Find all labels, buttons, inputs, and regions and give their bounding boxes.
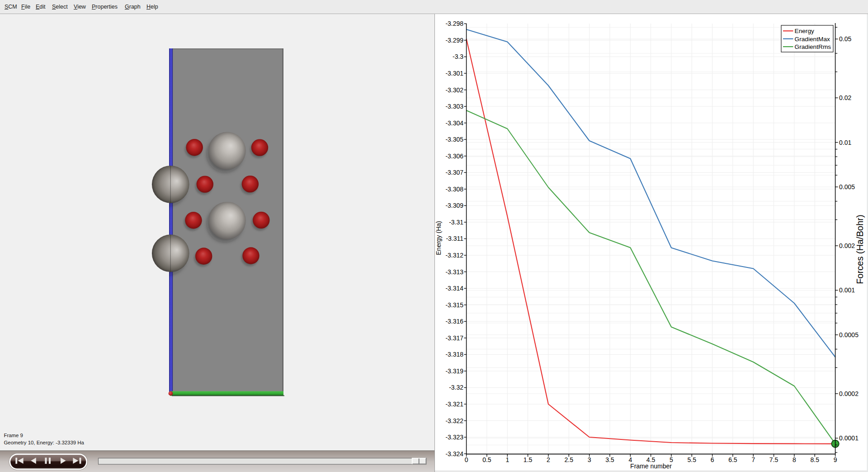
svg-text:-3.3: -3.3	[453, 53, 463, 60]
svg-text:-3.312: -3.312	[445, 252, 463, 259]
svg-text:5.5: 5.5	[688, 456, 697, 463]
svg-text:0.02: 0.02	[839, 94, 851, 101]
svg-text:0.01: 0.01	[839, 139, 851, 146]
svg-text:7.5: 7.5	[769, 456, 778, 463]
svg-text:-3.313: -3.313	[445, 268, 463, 276]
svg-text:-3.324: -3.324	[445, 450, 463, 458]
svg-text:-3.306: -3.306	[445, 153, 463, 160]
svg-text:-3.315: -3.315	[445, 301, 463, 309]
svg-text:6: 6	[711, 456, 714, 463]
svg-text:3.5: 3.5	[605, 456, 614, 463]
svg-text:-3.309: -3.309	[445, 202, 463, 209]
svg-text:0.0002: 0.0002	[839, 390, 859, 397]
svg-text:-3.322: -3.322	[445, 417, 463, 424]
svg-text:-3.321: -3.321	[445, 400, 463, 408]
svg-text:8: 8	[793, 456, 796, 463]
svg-text:-3.31: -3.31	[449, 219, 463, 226]
svg-text:8.5: 8.5	[811, 456, 820, 463]
svg-text:Forces (Ha/Bohr): Forces (Ha/Bohr)	[855, 215, 865, 284]
svg-text:6.5: 6.5	[728, 456, 737, 463]
svg-text:3: 3	[588, 456, 591, 463]
svg-text:2.5: 2.5	[565, 456, 574, 463]
svg-text:-3.307: -3.307	[445, 169, 463, 176]
svg-text:Energy: Energy	[795, 28, 815, 34]
svg-text:0.0001: 0.0001	[839, 434, 859, 442]
svg-text:0.002: 0.002	[839, 242, 855, 249]
svg-text:-3.323: -3.323	[445, 434, 463, 441]
svg-text:2: 2	[547, 456, 550, 463]
svg-text:9: 9	[834, 456, 837, 463]
svg-text:0.0005: 0.0005	[839, 331, 859, 339]
svg-text:GradientMax: GradientMax	[795, 36, 830, 43]
svg-text:7: 7	[751, 456, 755, 463]
svg-text:-3.298: -3.298	[445, 20, 463, 27]
svg-text:0: 0	[465, 456, 468, 463]
svg-text:-3.316: -3.316	[445, 318, 463, 325]
svg-text:1.5: 1.5	[524, 456, 533, 463]
svg-text:-3.302: -3.302	[445, 86, 463, 94]
svg-text:GradientRms: GradientRms	[795, 43, 831, 50]
svg-text:-3.299: -3.299	[445, 37, 463, 44]
svg-text:-3.311: -3.311	[446, 235, 463, 242]
svg-text:-3.314: -3.314	[445, 285, 463, 292]
svg-text:0.005: 0.005	[839, 183, 855, 191]
svg-text:Energy (Ha): Energy (Ha)	[435, 221, 442, 255]
svg-text:0.5: 0.5	[482, 456, 491, 463]
svg-text:1: 1	[505, 456, 509, 463]
svg-text:-3.32: -3.32	[449, 384, 463, 391]
svg-text:-3.319: -3.319	[445, 367, 463, 375]
svg-text:0.05: 0.05	[839, 35, 851, 43]
svg-text:-3.304: -3.304	[445, 119, 463, 127]
svg-text:-3.308: -3.308	[445, 186, 463, 193]
svg-text:-3.303: -3.303	[445, 103, 463, 110]
svg-text:-3.301: -3.301	[445, 70, 463, 77]
svg-text:-3.305: -3.305	[445, 136, 463, 143]
svg-text:0.001: 0.001	[839, 286, 855, 294]
svg-text:Frame number: Frame number	[630, 462, 672, 470]
svg-text:-3.317: -3.317	[445, 334, 463, 342]
svg-text:-3.318: -3.318	[445, 351, 463, 358]
